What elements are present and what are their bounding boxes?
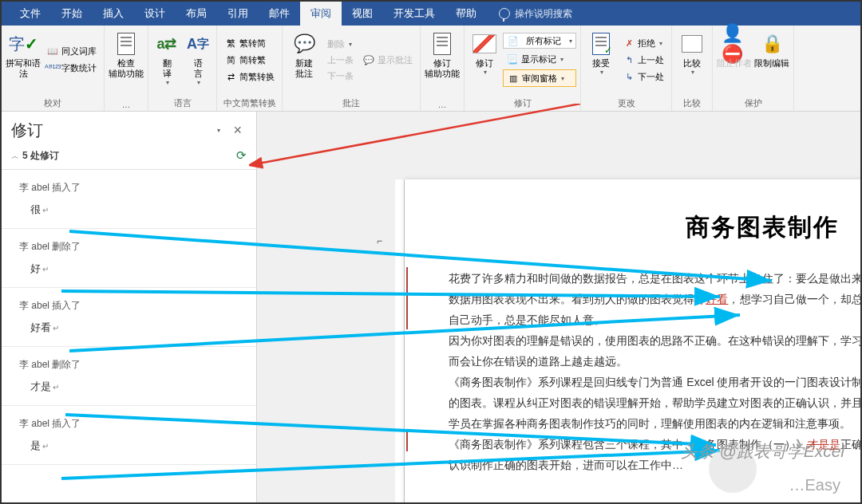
deleted-text: 好 bbox=[694, 293, 706, 305]
ribbon: 字✓ 拼写和语法 📖同义词库 ᴬᴮ¹²³字数统计 校对 检查 辅助功能 … a⇄… bbox=[2, 26, 860, 112]
paragraph: 《商务图表制作》系列课程是回归线专门为普通 Excel 使用者开设的一门图表设计… bbox=[449, 372, 860, 434]
revision-item[interactable]: 李 abel 插入了 是↵ bbox=[2, 406, 256, 465]
revisions-pane: 修订 ▾ × ︿5 处修订 ⟳ 李 abel 插入了 很↵ 李 abel 删除了… bbox=[2, 112, 257, 502]
revision-item[interactable]: 李 abel 删除了 才是↵ bbox=[2, 347, 256, 406]
watermark-logo: …Easy bbox=[789, 476, 840, 494]
compare-icon bbox=[679, 31, 705, 57]
sctc-icon: 繁 bbox=[224, 37, 237, 49]
accessibility2-icon bbox=[429, 31, 455, 57]
show-markup-button[interactable]: 📃显示标记▾ bbox=[503, 51, 576, 67]
group-chinese-label: 中文简繁转换 bbox=[221, 97, 278, 111]
delete-comment-button[interactable]: 删除▾ bbox=[324, 37, 357, 52]
change-indicator-bar bbox=[406, 431, 408, 451]
tab-references[interactable]: 引用 bbox=[217, 2, 259, 26]
translate-button[interactable]: a⇄ 翻 译 ▾ bbox=[152, 28, 181, 92]
track-accessibility-button[interactable]: 修订 辅助功能 bbox=[425, 28, 460, 92]
restrict-icon: 🔒 bbox=[759, 31, 785, 57]
compare-button[interactable]: 比较 ▾ bbox=[676, 28, 708, 92]
chinese-convert-button[interactable]: ⇄简繁转换 bbox=[221, 69, 278, 85]
group-proofing-label: 校对 bbox=[6, 97, 100, 111]
tc-to-sc-button[interactable]: 简简转繁 bbox=[221, 52, 278, 68]
translate-icon: a⇄ bbox=[154, 31, 180, 57]
revisions-list[interactable]: 李 abel 插入了 很↵ 李 abel 删除了 好↵ 李 abel 插入了 好… bbox=[2, 170, 256, 502]
tab-review[interactable]: 审阅 bbox=[300, 2, 342, 26]
group-changes-label: 更改 bbox=[585, 97, 667, 111]
group-language-label: 语言 bbox=[152, 97, 212, 111]
accept-icon: ✓ bbox=[588, 31, 614, 57]
language-button[interactable]: A字 语 言 ▾ bbox=[184, 28, 212, 92]
reject-button[interactable]: ✗拒绝▾ bbox=[619, 35, 667, 51]
accessibility-check-button[interactable]: 检查 辅助功能 bbox=[109, 28, 144, 92]
revision-item[interactable]: 李 abel 删除了 好↵ bbox=[2, 229, 256, 288]
revision-item[interactable]: 李 abel 插入了 很↵ bbox=[2, 170, 256, 229]
showmk-icon: 📃 bbox=[506, 53, 519, 65]
book-icon: 📖 bbox=[46, 45, 59, 58]
paragraph: 花费了许多精力和时间做的数据报告，总是在图表这个环节上卡住了：要么是做出来的图表… bbox=[449, 268, 860, 330]
count-icon: ᴬᴮ¹²³ bbox=[46, 62, 59, 75]
pane-menu-dropdown[interactable]: ▾ bbox=[217, 127, 220, 134]
prev-change-button[interactable]: ↰上一处 bbox=[619, 52, 667, 68]
accept-button[interactable]: ✓ 接受 ▾ bbox=[585, 28, 617, 92]
document-title: 商务图表制作 bbox=[449, 211, 860, 244]
group-compare-label: 比较 bbox=[676, 97, 708, 111]
revision-count: ︿5 处修订 bbox=[11, 149, 59, 163]
block-icon: 👤⛔ bbox=[722, 31, 747, 57]
paragraph: 因为你对图表的理解是错误的，使用图表的思路不正确。在这种错误的理解下，学习更多的… bbox=[449, 330, 860, 372]
refresh-button[interactable]: ⟳ bbox=[236, 148, 247, 163]
tab-mailings[interactable]: 邮件 bbox=[259, 2, 300, 26]
track-icon bbox=[472, 31, 497, 57]
revision-item[interactable]: 李 abel 插入了 好看↵ bbox=[2, 288, 256, 347]
group-comments-label: 批注 bbox=[287, 97, 416, 111]
spell-check-icon: 字✓ bbox=[10, 31, 36, 57]
restrict-editing-button[interactable]: 🔒 限制编辑 bbox=[754, 28, 789, 92]
tab-design[interactable]: 设计 bbox=[134, 2, 176, 26]
tab-file[interactable]: 文件 bbox=[10, 2, 51, 26]
up-icon: ↰ bbox=[623, 53, 635, 66]
prev-comment-button[interactable]: 上一条 bbox=[324, 53, 357, 68]
menu-tabs: 文件 开始 插入 设计 布局 引用 邮件 审阅 视图 开发工具 帮助 操作说明搜… bbox=[2, 2, 860, 26]
block-authors-button[interactable]: 👤⛔ 阻止作者 bbox=[717, 28, 752, 92]
spelling-grammar-button[interactable]: 字✓ 拼写和语法 bbox=[6, 28, 41, 92]
convert-icon: ⇄ bbox=[224, 70, 237, 83]
language-icon: A字 bbox=[185, 31, 211, 57]
tab-view[interactable]: 视图 bbox=[342, 2, 383, 26]
page-corner-mark: ⌐ bbox=[377, 235, 382, 246]
group-protect-label: 保护 bbox=[717, 97, 789, 111]
track-changes-button[interactable]: 修订 ▾ bbox=[469, 28, 500, 92]
vertical-ruler bbox=[395, 179, 405, 502]
reviewing-pane-button[interactable]: ▥审阅窗格▾ bbox=[503, 69, 576, 87]
sc-to-tc-button[interactable]: 繁繁转简 bbox=[221, 35, 278, 51]
pane-close-button[interactable]: × bbox=[228, 122, 247, 139]
watermark-text: 头条 @跟表哥学Excel bbox=[681, 440, 844, 463]
tab-developer[interactable]: 开发工具 bbox=[383, 2, 445, 26]
display-for-review-dropdown[interactable]: 📄所有标记▾ bbox=[503, 33, 576, 49]
tab-home[interactable]: 开始 bbox=[51, 2, 93, 26]
pane-title: 修订 bbox=[11, 120, 43, 141]
thesaurus-button[interactable]: 📖同义词库 bbox=[43, 44, 100, 60]
next-change-button[interactable]: ↳下一处 bbox=[619, 69, 667, 85]
reject-icon: ✗ bbox=[623, 37, 635, 49]
comment-icon: 💬 bbox=[291, 31, 317, 57]
tab-insert[interactable]: 插入 bbox=[93, 2, 134, 26]
down-icon: ↳ bbox=[623, 70, 635, 83]
new-comment-button[interactable]: 💬 新建 批注 bbox=[287, 28, 322, 92]
tcsc-icon: 简 bbox=[224, 53, 237, 66]
group-tracking-label: 修订 bbox=[469, 97, 576, 111]
pane-icon: ▥ bbox=[507, 72, 520, 85]
inserted-text: 好看 bbox=[706, 293, 728, 305]
accessibility-icon bbox=[113, 31, 139, 57]
tab-help[interactable]: 帮助 bbox=[445, 2, 487, 26]
show-comments-button[interactable]: 💬显示批注 bbox=[359, 52, 416, 68]
next-comment-button[interactable]: 下一条 bbox=[324, 69, 357, 84]
bulb-icon bbox=[499, 8, 510, 19]
tell-me-label: 操作说明搜索 bbox=[515, 7, 572, 21]
markup-icon: 📄 bbox=[507, 34, 520, 47]
tab-layout[interactable]: 布局 bbox=[176, 2, 217, 26]
tell-me-search[interactable]: 操作说明搜索 bbox=[487, 7, 572, 21]
word-count-button[interactable]: ᴬᴮ¹²³字数统计 bbox=[43, 61, 100, 77]
change-indicator-bar bbox=[406, 267, 408, 329]
